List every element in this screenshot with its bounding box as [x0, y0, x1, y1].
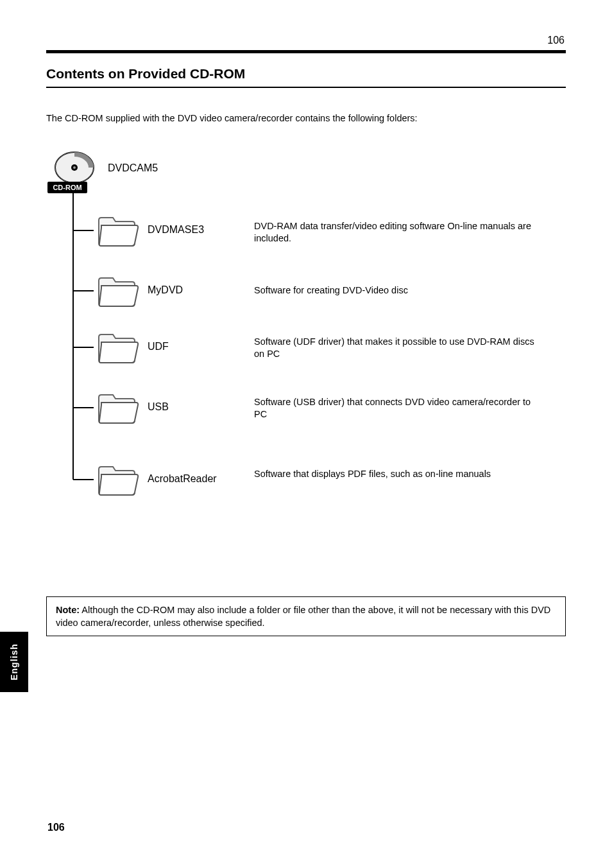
folder-label: MyDVD [148, 284, 183, 296]
folder-label: UDF [148, 341, 169, 352]
svg-point-9 [73, 166, 76, 169]
note-text: Although the CD-ROM may also include a f… [56, 605, 550, 628]
page-number-top: 106 [547, 35, 565, 46]
section-title: Contents on Provided CD-ROM [46, 66, 566, 82]
intro-text: The CD-ROM supplied with the DVD video c… [46, 112, 566, 125]
top-rule [46, 50, 566, 53]
page-number-bottom: 106 [47, 822, 65, 833]
folder-label: DVDMASE3 [148, 224, 204, 236]
folder-icon [96, 329, 140, 365]
folder-icon [96, 273, 140, 309]
folder-icon [96, 213, 140, 248]
language-tab-label: English [9, 643, 19, 681]
folder-description: DVD-RAM data transfer/video editing soft… [254, 220, 536, 245]
note-label: Note: [56, 605, 80, 615]
folder-description: Software that displays PDF files, such a… [254, 468, 491, 481]
folder-label: AcrobatReader [148, 473, 217, 485]
svg-text:CD-ROM: CD-ROM [53, 184, 81, 191]
folder-description: Software (UDF driver) that makes it poss… [254, 336, 536, 361]
note-box: Note: Although the CD-ROM may also inclu… [46, 596, 566, 637]
language-tab: English [0, 632, 28, 692]
folder-description: Software for creating DVD-Video disc [254, 284, 408, 297]
cdrom-label: DVDCAM5 [108, 162, 158, 174]
cdrom-icon: CD-ROM [46, 151, 103, 195]
folder-icon [96, 390, 140, 426]
folder-description: Software (USB driver) that connects DVD … [254, 396, 536, 421]
title-underline [46, 87, 566, 88]
folder-tree: CD-ROM DVDCAM5 DVDMASE3 DVD-RAM data tra… [46, 144, 566, 540]
folder-icon [96, 462, 140, 498]
folder-label: USB [148, 401, 169, 413]
